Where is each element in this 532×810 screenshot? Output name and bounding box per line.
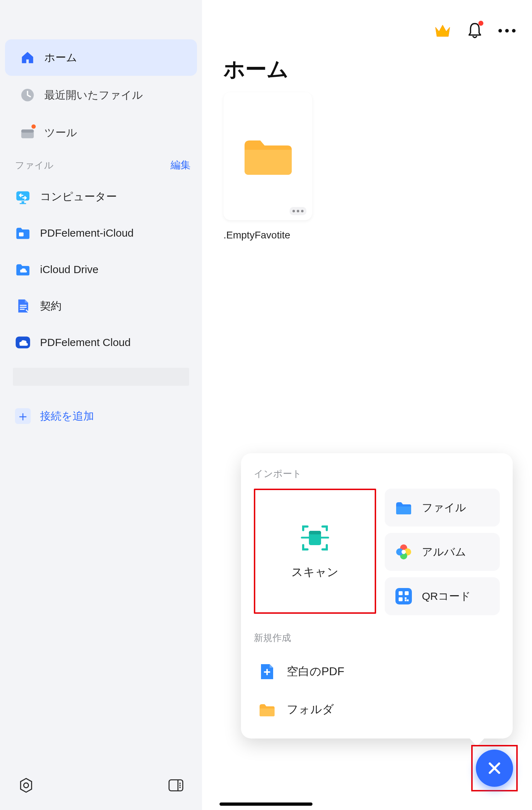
create-section-label: 新規作成: [254, 632, 500, 644]
close-icon: [486, 759, 503, 777]
svg-rect-27: [405, 597, 407, 599]
computer-icon: [15, 189, 31, 204]
svg-point-22: [402, 550, 406, 554]
sidebar-item-tools[interactable]: ツール: [5, 114, 197, 151]
option-label: アルバム: [422, 545, 466, 559]
svg-rect-7: [19, 232, 24, 236]
option-label: ファイル: [422, 500, 466, 515]
document-icon: [15, 298, 31, 314]
create-folder[interactable]: フォルダ: [254, 691, 500, 728]
svg-point-9: [24, 783, 28, 787]
scan-icon: [300, 522, 330, 553]
file-item-label: iCloud Drive: [40, 263, 98, 276]
sidebar-item-pdfelement-cloud[interactable]: PDFelement Cloud: [0, 324, 202, 361]
sidebar-item-label: ホーム: [44, 50, 77, 65]
add-connection-label: 接続を追加: [40, 409, 94, 424]
import-qr-option[interactable]: QRコード: [385, 577, 500, 615]
svg-point-12: [179, 782, 181, 784]
import-file-option[interactable]: ファイル: [385, 489, 500, 527]
svg-point-13: [179, 785, 181, 786]
main-panel: ホーム .EmptyFavotite インポート スキャン: [202, 0, 532, 810]
svg-point-14: [179, 787, 181, 788]
svg-rect-29: [405, 599, 407, 601]
cloud-icon: [15, 335, 31, 350]
create-item-label: フォルダ: [287, 702, 334, 717]
sidebar: ホーム 最近開いたファイル ツール ファイル 編集 コンピューター: [0, 0, 202, 810]
folder-yellow-icon: [257, 700, 277, 719]
svg-rect-4: [16, 191, 30, 201]
settings-icon[interactable]: [18, 777, 34, 794]
svg-rect-5: [21, 201, 24, 203]
svg-rect-6: [20, 203, 26, 204]
premium-crown-icon[interactable]: [434, 24, 451, 38]
import-album-option[interactable]: アルバム: [385, 533, 500, 571]
fab-highlight: [471, 745, 518, 791]
svg-rect-16: [309, 531, 321, 534]
sidebar-item-label: ツール: [44, 125, 77, 140]
scan-label: スキャン: [291, 564, 339, 580]
plus-icon: ＋: [15, 408, 31, 424]
svg-rect-28: [407, 599, 409, 601]
sidebar-item-home[interactable]: ホーム: [5, 39, 197, 76]
svg-rect-3: [21, 129, 34, 133]
add-connection-button[interactable]: ＋ 接続を追加: [0, 400, 202, 432]
sidebar-item-icloud-drive[interactable]: iCloud Drive: [0, 251, 202, 288]
create-item-label: 空白のPDF: [287, 664, 344, 680]
svg-rect-23: [395, 588, 412, 604]
blank-pdf-icon: [257, 662, 277, 681]
svg-rect-25: [405, 591, 409, 595]
card-more-icon[interactable]: [290, 207, 306, 215]
sidebar-item-recent[interactable]: 最近開いたファイル: [5, 77, 197, 113]
card-label: .EmptyFavotite: [223, 229, 290, 241]
edit-button[interactable]: 編集: [171, 158, 191, 172]
import-create-popup: インポート スキャン ファイル: [241, 453, 513, 739]
collapse-sidebar-icon[interactable]: [168, 777, 184, 794]
folder-card[interactable]: [223, 92, 312, 220]
photos-icon: [394, 542, 413, 562]
create-blank-pdf[interactable]: 空白のPDF: [254, 653, 500, 691]
file-item-label: PDFelement-iCloud: [40, 227, 134, 239]
svg-rect-26: [399, 597, 403, 601]
scan-option[interactable]: スキャン: [254, 489, 376, 614]
file-item-label: PDFelement Cloud: [40, 336, 130, 349]
sidebar-item-contract[interactable]: 契約: [0, 288, 202, 324]
svg-rect-24: [399, 591, 403, 595]
file-item-label: コンピューター: [40, 189, 117, 204]
home-indicator[interactable]: [220, 802, 312, 806]
clock-icon: [20, 88, 35, 103]
sidebar-item-label: 最近開いたファイル: [44, 88, 143, 103]
folder-icloud-icon: [15, 262, 31, 277]
section-label: ファイル: [15, 159, 54, 172]
qr-icon: [394, 587, 413, 606]
close-fab-button[interactable]: [476, 750, 513, 787]
home-icon: [20, 50, 35, 65]
separator: [13, 368, 189, 386]
folder-blue-icon: [394, 498, 413, 517]
notification-dot-icon: [31, 124, 36, 129]
file-item-label: 契約: [40, 299, 61, 313]
notification-bell-icon[interactable]: [467, 22, 483, 39]
sidebar-item-pdfelement-icloud[interactable]: PDFelement-iCloud: [0, 215, 202, 251]
option-label: QRコード: [422, 589, 471, 604]
import-section-label: インポート: [254, 468, 500, 480]
folder-blue-icon: [15, 225, 31, 241]
notification-dot-icon: [478, 21, 483, 26]
folder-icon: [241, 135, 295, 178]
tools-icon: [20, 125, 35, 140]
sidebar-item-computer[interactable]: コンピューター: [0, 178, 202, 215]
more-menu-icon[interactable]: [498, 29, 516, 33]
